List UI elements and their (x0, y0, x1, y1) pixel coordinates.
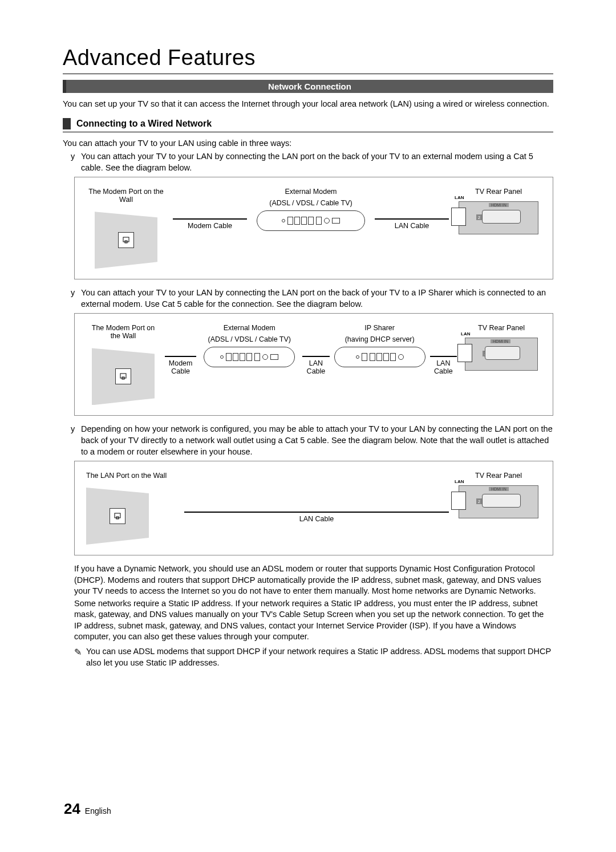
wall-port-icon (115, 368, 131, 384)
tv-panel-icon: LAN 2 HDMI IN (459, 201, 538, 234)
lan-port-icon (451, 208, 466, 226)
lan-port-label: LAN (455, 479, 464, 484)
lan-port-icon (457, 344, 472, 362)
tv-panel-icon: LAN 2 HDMI IN (459, 485, 538, 518)
hdmi-port-icon (485, 346, 520, 360)
page-title: Advanced Features (63, 46, 553, 74)
modem-icon (257, 210, 365, 231)
paragraph-1: If you have a Dynamic Network, you shoul… (63, 563, 553, 597)
wall-icon (92, 348, 155, 405)
d1-modem-sub: (ADSL / VDSL / Cable TV) (269, 199, 352, 207)
wall-icon (86, 488, 149, 545)
d2-sharer-top: IP Sharer (364, 324, 395, 332)
d2-sharer-sub: (having DHCP server) (345, 335, 415, 343)
d1-tv-label: TV Rear Panel (475, 188, 522, 196)
diagram-2: The Modem Port on the Wall Modem Cable E… (74, 313, 553, 416)
d2-wall-label: The Modem Port on the Wall (86, 324, 160, 340)
d3-cable1: LAN Cable (299, 515, 334, 523)
note-text: You can use ADSL modems that support DHC… (86, 646, 553, 668)
d2-cable2: LAN Cable (302, 359, 329, 375)
d2-cable3: LAN Cable (430, 359, 457, 375)
bullet-1: You can attach your TV to your LAN by co… (71, 151, 553, 173)
subsection-header: Connecting to a Wired Network (63, 118, 553, 132)
section-band: Network Connection (63, 80, 553, 93)
hdmi-label: HDMI IN (489, 487, 509, 491)
hdmi-label: HDMI IN (489, 203, 509, 207)
paragraph-2: Some networks require a Static IP addres… (63, 598, 553, 643)
hdmi-port-icon (482, 494, 521, 508)
diagram-3: The LAN Port on the Wall LAN Cable TV Re… (74, 461, 553, 555)
lead-text: You can attach your TV to your LAN using… (63, 138, 553, 149)
port-number: 2 (476, 214, 482, 220)
d3-wall-label: The LAN Port on the Wall (86, 472, 167, 480)
port-number: 2 (476, 498, 482, 504)
d1-cable2: LAN Cable (395, 222, 429, 230)
hdmi-label: HDMI IN (491, 339, 510, 343)
svg-rect-4 (115, 513, 120, 518)
ip-sharer-icon (334, 347, 425, 367)
note-row: ✎ You can use ADSL modems that support D… (63, 646, 553, 668)
d2-modem-sub: (ADSL / VDSL / Cable TV) (208, 335, 291, 343)
wall-port-icon (110, 508, 125, 524)
lan-port-label: LAN (455, 195, 464, 200)
note-icon: ✎ (74, 646, 82, 668)
lan-port-label: LAN (461, 331, 470, 336)
d1-cable1: Modem Cable (188, 222, 232, 230)
lan-port-icon (451, 492, 466, 510)
page-footer: 24 English (64, 800, 111, 818)
tv-panel-icon: LAN 2 HDMI IN (465, 338, 538, 371)
d1-wall-label: The Modem Port on the Wall (86, 188, 166, 204)
heading-marker (63, 118, 71, 129)
page-number: 24 (64, 800, 80, 817)
d2-modem-top: External Modem (224, 324, 275, 332)
intro-text: You can set up your TV so that it can ac… (63, 99, 553, 110)
svg-rect-0 (123, 237, 129, 242)
page-language: English (85, 806, 111, 816)
svg-rect-2 (120, 374, 126, 378)
modem-icon (204, 347, 295, 367)
bullet-2: You can attach your TV to your LAN by co… (71, 287, 553, 310)
d1-modem-top: External Modem (285, 188, 337, 196)
d2-tv-label: TV Rear Panel (478, 324, 525, 332)
diagram-1: The Modem Port on the Wall Modem Cable E… (74, 177, 553, 279)
wall-port-icon (118, 232, 134, 248)
hdmi-port-icon (482, 210, 521, 224)
d3-tv-label: TV Rear Panel (475, 472, 522, 480)
wall-icon (95, 212, 157, 269)
sub-heading: Connecting to a Wired Network (76, 119, 212, 129)
bullet-3: Depending on how your network is configu… (71, 424, 553, 457)
d2-cable1: Modem Cable (165, 359, 196, 375)
